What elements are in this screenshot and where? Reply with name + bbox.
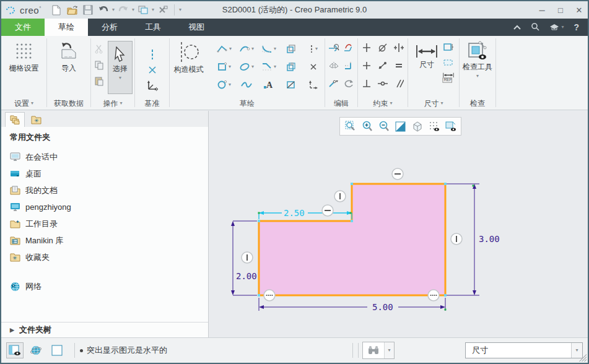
find-button[interactable] (363, 342, 384, 358)
save-button[interactable] (81, 3, 95, 17)
text-button[interactable]: A (258, 80, 280, 89)
vertical-constraint-button[interactable] (362, 43, 372, 55)
folder-item-network[interactable]: 网络 (10, 278, 208, 295)
group-label-settings[interactable]: 设置▾ (1, 97, 46, 110)
ellipse-button[interactable]: ▾ (235, 63, 258, 71)
window-resize-grip[interactable] (579, 354, 587, 362)
folder-item-manikin-library[interactable]: Manikin 库 (10, 232, 208, 249)
redo-button[interactable] (116, 3, 130, 17)
undo-dropdown-caret[interactable]: ▾ (112, 7, 115, 12)
paste-button[interactable] (93, 76, 105, 87)
offset-thicken-button[interactable] (280, 63, 302, 71)
favorites-tab[interactable]: ✳ (26, 112, 46, 127)
cut-button[interactable] (93, 43, 105, 54)
folder-item-my-documents[interactable]: 我的文档 (10, 182, 208, 199)
web-browser-toggle-button[interactable] (27, 342, 45, 358)
open-file-button[interactable] (66, 3, 79, 17)
folder-item-pengzhiyong[interactable]: pengzhiyong (10, 199, 208, 215)
learning-connector-icon[interactable]: ▾ (549, 24, 564, 31)
folder-tree-expand-icon[interactable]: ▶ (10, 327, 14, 333)
dim-right-value[interactable]: 3.00 (479, 234, 500, 244)
minimize-button[interactable]: ─ (537, 6, 547, 15)
dim-bottom-value[interactable]: 5.00 (372, 302, 393, 312)
customize-qat-caret[interactable]: ▾ (179, 7, 181, 12)
close-window-button[interactable] (156, 3, 170, 17)
tab-analysis[interactable]: 分析 (88, 19, 131, 36)
copy-button[interactable] (93, 59, 105, 71)
search-icon[interactable] (531, 22, 539, 33)
line-chain-button[interactable]: ▾ (213, 45, 235, 53)
chamfer-button[interactable]: ▾ (258, 63, 280, 71)
sketch-point-button[interactable] (302, 63, 325, 71)
undo-button[interactable] (97, 3, 110, 17)
group-label-operations[interactable]: 操作▾ (91, 97, 134, 110)
align-midpoint-constraint-button[interactable] (393, 43, 404, 55)
construction-mode-button[interactable]: 构造模式 (170, 38, 207, 77)
baseline-dimension-button[interactable] (442, 57, 455, 68)
reference-dimension-button[interactable]: REF (442, 72, 455, 83)
close-button[interactable]: ✕ (574, 6, 584, 15)
construction-centerline-button[interactable]: ▾ (302, 45, 325, 53)
sketch-polygon[interactable] (259, 184, 445, 295)
grid-settings-button[interactable]: 栅格设置 (7, 38, 41, 76)
tangent-constraint-button[interactable] (378, 43, 388, 55)
parallel-constraint-button[interactable] (394, 79, 404, 91)
dim-top-value[interactable]: 2.50 (284, 208, 305, 218)
divide-button[interactable] (328, 79, 339, 90)
constraint-horizontal-top[interactable] (392, 168, 403, 180)
coincident-constraint-button[interactable] (377, 79, 388, 91)
collapse-ribbon-icon[interactable] (513, 23, 521, 32)
inspect-tools-button[interactable]: 检查工具 ▾ (460, 38, 495, 81)
spline-button[interactable] (235, 81, 258, 89)
tab-view[interactable]: 视图 (175, 19, 218, 36)
windows-dropdown-caret[interactable]: ▾ (152, 7, 154, 12)
group-label-dimension[interactable]: 尺寸▾ (408, 97, 459, 110)
new-file-button[interactable] (50, 3, 64, 17)
point-button[interactable] (146, 64, 159, 76)
tab-sketch[interactable]: 草绘 (45, 19, 88, 36)
folder-item-favorites[interactable]: ✳ 收藏夹 (10, 249, 208, 266)
folder-browser-tab[interactable] (5, 112, 25, 127)
regenerate-windows-button[interactable] (136, 3, 150, 17)
selection-filter-combobox[interactable]: 尺寸 ▾ (465, 342, 583, 358)
constraint-collinear-bottom-right[interactable] (428, 290, 439, 301)
rotate-resize-button[interactable] (344, 79, 354, 90)
maximize-button[interactable]: □ (556, 6, 565, 15)
project-button[interactable] (280, 80, 302, 89)
perimeter-dimension-button[interactable] (442, 42, 455, 53)
dim-left-value[interactable]: 2.00 (236, 271, 257, 281)
tab-file[interactable]: 文件 (1, 19, 45, 36)
corner-button[interactable] (344, 61, 354, 72)
arc-button[interactable]: ▾ (235, 45, 258, 53)
sketch-canvas[interactable]: 3.00 2.00 5.00 (209, 111, 588, 337)
navigator-toggle-button[interactable] (6, 342, 24, 358)
modify-coordinates-button[interactable] (302, 80, 325, 89)
constraint-vertical-upper[interactable] (334, 191, 346, 202)
modify-button[interactable] (328, 43, 339, 54)
coordinate-system-button[interactable] (146, 80, 159, 91)
horizontal-constraint-button[interactable] (362, 61, 372, 73)
folder-tree-bar[interactable]: ▶ 文件夹树 (1, 322, 208, 337)
circle-button[interactable]: ▾ (213, 80, 235, 89)
delete-segment-button[interactable] (343, 43, 354, 54)
constraint-vertical-right[interactable] (451, 233, 462, 245)
constraint-vertical-left[interactable] (242, 252, 253, 263)
folder-item-desktop[interactable]: 桌面 (10, 165, 208, 182)
select-button[interactable]: 选择 ▾ (108, 41, 133, 94)
constraint-collinear-bottom-left[interactable] (264, 290, 275, 301)
equal-constraint-button[interactable] (394, 61, 404, 73)
folder-item-in-session[interactable]: 在会话中 (10, 149, 208, 165)
tab-tools[interactable]: 工具 (131, 19, 175, 36)
model-tree-toggle-button[interactable] (48, 342, 66, 358)
folder-item-working-directory[interactable]: ✦ 工作目录 (10, 215, 208, 232)
midpoint-constraint-button[interactable] (378, 61, 388, 73)
group-label-constrain[interactable]: 约束▾ (358, 97, 408, 110)
offset-button[interactable] (280, 45, 302, 53)
perpendicular-constraint-button[interactable] (362, 79, 372, 91)
fillet-button[interactable]: ▾ (258, 45, 280, 53)
centerline-button[interactable] (146, 49, 159, 60)
help-icon[interactable]: ? (574, 22, 579, 32)
find-dropdown[interactable]: ▾ (384, 342, 394, 358)
mirror-button[interactable] (329, 61, 339, 72)
rectangle-button[interactable]: ▾ (213, 63, 235, 71)
